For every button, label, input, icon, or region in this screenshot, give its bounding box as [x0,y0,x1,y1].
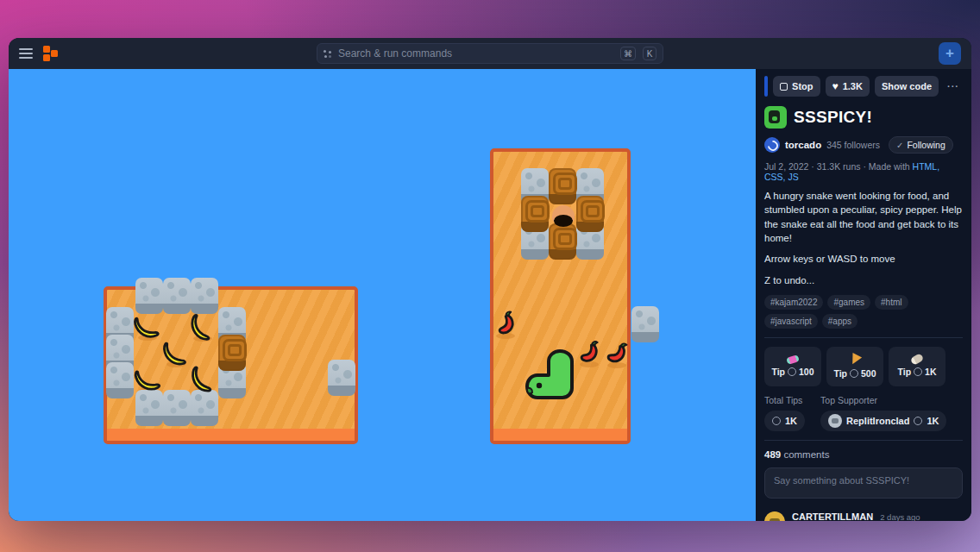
comment-time: 2 days ago [880,512,920,521]
cycles-icon [850,369,858,378]
more-options-button[interactable]: ··· [944,76,963,97]
description-paragraph: A hungry snake went looking for food, an… [764,189,963,245]
stone-block [328,360,355,396]
stone-block [191,278,218,314]
commenter-name[interactable]: CARTERTILLMAN [792,511,873,521]
top-supporter: Top Supporter ReplitIronclad 1K [820,395,946,431]
follower-count: 345 followers [826,140,880,150]
snake-home-hole [550,205,576,227]
stop-label: Stop [792,81,813,91]
page-title: SSSPICY! [794,108,872,127]
author-avatar[interactable] [764,137,780,153]
stone-block [135,278,163,314]
like-count: 1.3K [843,81,863,91]
game-stage[interactable] [9,69,756,521]
crate-block [576,196,604,232]
create-new-button[interactable]: + [939,42,961,65]
menu-icon[interactable] [19,48,33,59]
following-label: Following [907,140,945,150]
crate-block [549,223,576,260]
topbar: ⌘ K + [9,38,971,69]
stone-block [631,306,659,342]
details-panel: Fork 832 Stop ♥ 1.3K Show code ··· [756,69,971,521]
search-input[interactable] [338,47,613,60]
tag-games[interactable]: #games [827,295,870,310]
following-button[interactable]: ✓ Following [889,136,953,154]
comment-input[interactable] [764,467,963,499]
tip-1k-button[interactable]: Tip1K [889,347,945,386]
tag-javascript[interactable]: #javascript [764,314,818,329]
pizza-icon [848,353,862,367]
stone-block [191,390,218,426]
banana-item [189,364,218,393]
check-icon: ✓ [896,141,903,150]
total-tips: Total Tips 1K [764,395,805,431]
description-paragraph: Z to undo... [764,273,963,287]
comment-item: CARTERTILLMAN 2 days ago im stuck on a l… [764,511,963,521]
stone-block [106,362,134,398]
author-name[interactable]: torcado [785,140,821,150]
fork-button[interactable]: Fork 832 [764,76,768,97]
stop-button[interactable]: Stop [773,76,820,97]
supporter-avatar [828,414,842,428]
action-bar: Fork 832 Stop ♥ 1.3K Show code ··· [764,76,963,97]
replit-logo-icon[interactable] [43,46,58,61]
pepper-item [575,338,603,366]
tip-100-button[interactable]: Tip100 [764,347,821,386]
tip-buttons: Tip100 Tip500 Tip1K [764,347,963,386]
stone-block [135,390,163,426]
burrito-icon [910,354,925,367]
tag-kajam2022[interactable]: #kajam2022 [764,295,823,310]
snake-character [525,348,575,400]
tag-list: #kajam2022 #games #html #javascript #app… [764,295,963,329]
command-search[interactable]: ⌘ K [317,43,663,64]
crate-block [218,335,246,371]
app-icon [764,106,787,129]
show-code-label: Show code [882,81,932,91]
heart-icon: ♥ [832,81,839,91]
replit-window: ⌘ K + Fork 832 Stop ♥ [9,38,971,521]
banana-item [162,339,191,367]
stone-block [163,390,191,426]
top-supporter-label: Top Supporter [820,395,946,405]
banana-item [187,311,218,342]
show-code-button[interactable]: Show code [875,76,939,97]
total-tips-label: Total Tips [764,395,805,405]
cycles-icon [914,367,922,376]
description: A hungry snake went looking for food, an… [764,189,963,287]
divider [764,440,963,441]
stone-block [163,278,191,314]
pepper-item [490,308,521,339]
cmd-key-badge: ⌘ [620,47,636,60]
divider [764,337,963,338]
tag-html[interactable]: #html [875,295,908,310]
tip-500-button[interactable]: Tip500 [826,347,883,386]
meta-line: Jul 2, 2022 · 31.3K runs · Made with HTM… [764,161,963,182]
like-button[interactable]: ♥ 1.3K [826,76,870,97]
crate-block [521,196,549,232]
comments-count: 489 comments [764,449,963,460]
stop-icon [780,83,788,91]
candy-icon [786,354,800,365]
top-supporter-value[interactable]: ReplitIronclad 1K [820,411,946,431]
cycles-icon [914,417,922,425]
k-key-badge: K [643,47,656,60]
cycles-icon [772,417,781,425]
crate-block [549,168,576,204]
commenter-avatar[interactable] [764,511,785,521]
total-tips-value: 1K [764,411,805,431]
cycles-icon [788,367,796,376]
command-palette-icon [324,50,331,58]
description-paragraph: Arrow keys or WASD to move [764,252,963,266]
tag-apps[interactable]: #apps [822,314,858,329]
